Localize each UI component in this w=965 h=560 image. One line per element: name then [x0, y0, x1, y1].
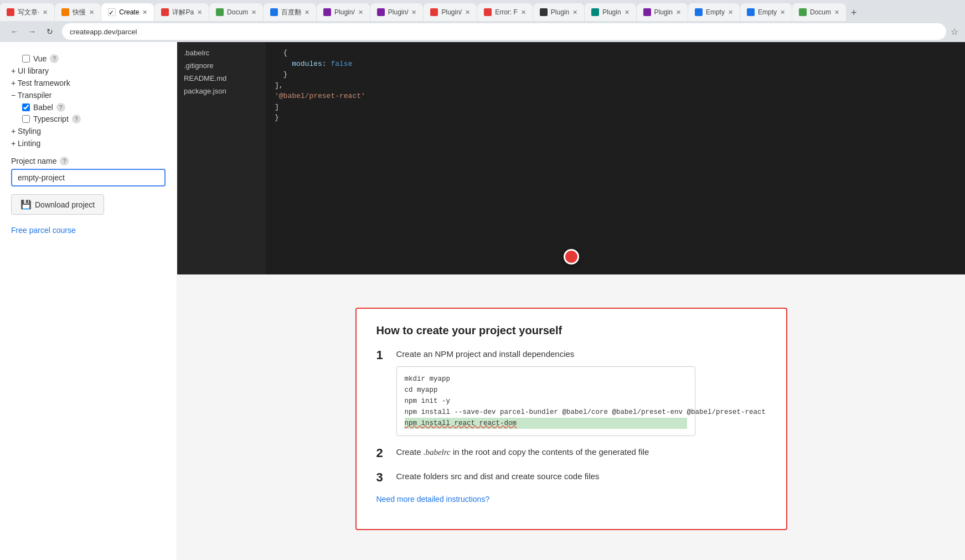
- download-project-button[interactable]: 💾 Download project: [11, 194, 104, 215]
- browser-tab[interactable]: 写文章· ✕: [0, 3, 54, 21]
- tab-close-icon[interactable]: ✕: [572, 9, 577, 16]
- tab-close-icon[interactable]: ✕: [465, 9, 470, 16]
- tab-favicon: [323, 8, 331, 16]
- tab-close-icon[interactable]: ✕: [676, 9, 681, 16]
- tab-label: 写文章·: [18, 8, 39, 17]
- browser-tab[interactable]: 百度翻 ✕: [264, 3, 316, 21]
- tab-label: Create: [119, 8, 139, 16]
- url-input[interactable]: [62, 23, 946, 40]
- tab-label: Plugin/: [334, 8, 355, 16]
- tab-close-icon[interactable]: ✕: [43, 9, 48, 16]
- free-course-link[interactable]: Free parcel course: [11, 226, 166, 235]
- typescript-help-icon[interactable]: ?: [72, 115, 81, 123]
- tab-label: Empty: [758, 8, 777, 16]
- tab-close-icon[interactable]: ✕: [197, 9, 202, 16]
- instruction-step-2: 2 Create .babelrc in the root and copy t…: [376, 446, 766, 460]
- forward-button[interactable]: →: [24, 24, 40, 39]
- code-editor[interactable]: { modules: false } ], '@babel/preset-rea…: [266, 42, 965, 274]
- code-line: '@babel/preset-react': [275, 91, 956, 102]
- page-layout: Vue ? + UI library + Test framework − Tr…: [0, 42, 965, 560]
- new-tab-button[interactable]: +: [847, 5, 861, 21]
- code-line: }: [275, 69, 956, 80]
- tab-label: 快慢: [73, 8, 86, 17]
- tab-favicon: [161, 8, 169, 16]
- browser-chrome: 写文章· ✕ 快慢 ✕ ✓ Create ✕ 详解Pa ✕ Docum ✕ 百度…: [0, 0, 965, 42]
- test-framework-item[interactable]: + Test framework: [11, 79, 166, 87]
- tab-favicon: [7, 8, 14, 16]
- tab-bar: 写文章· ✕ 快慢 ✕ ✓ Create ✕ 详解Pa ✕ Docum ✕ 百度…: [0, 0, 965, 21]
- back-button[interactable]: ←: [7, 24, 22, 39]
- step-1-code-block[interactable]: mkdir myapp cd myapp npm init -y npm ins…: [396, 366, 695, 436]
- bookmark-icon[interactable]: ☆: [951, 27, 958, 37]
- browser-tab[interactable]: Plugin/ ✕: [370, 3, 424, 21]
- browser-tab[interactable]: Plugin ✕: [585, 3, 636, 21]
- browser-tab[interactable]: Docum ✕: [209, 3, 263, 21]
- project-name-label: Project name: [11, 157, 56, 165]
- browser-tab[interactable]: Error: F ✕: [477, 3, 533, 21]
- tab-close-icon[interactable]: ✕: [780, 9, 785, 16]
- more-instructions-link[interactable]: Need more detailed instructions?: [376, 495, 766, 504]
- styling-label: + Styling: [11, 127, 41, 136]
- transpiler-item[interactable]: − Transpiler: [11, 91, 166, 100]
- typescript-item: Typescript ?: [22, 115, 166, 123]
- tab-close-icon[interactable]: ✕: [358, 9, 363, 16]
- browser-tab[interactable]: Plugin ✕: [533, 3, 584, 21]
- vue-label: Vue: [33, 54, 47, 63]
- typescript-checkbox[interactable]: [22, 115, 30, 123]
- linting-label: + Linting: [11, 139, 40, 148]
- tab-favicon: [377, 8, 385, 16]
- nav-buttons: ← → ↻: [7, 24, 58, 39]
- browser-tab[interactable]: 快慢 ✕: [55, 3, 101, 21]
- vue-help-icon[interactable]: ?: [50, 54, 59, 63]
- browser-tab[interactable]: Docum ✕: [792, 3, 846, 21]
- sidebar: Vue ? + UI library + Test framework − Tr…: [0, 42, 177, 560]
- tab-close-icon[interactable]: ✕: [251, 9, 256, 16]
- vue-checkbox[interactable]: [22, 55, 30, 63]
- tab-favicon: [643, 8, 651, 16]
- test-framework-label: + Test framework: [11, 79, 70, 87]
- browser-tab[interactable]: Plugin/ ✕: [317, 3, 370, 21]
- browser-tab-empty2[interactable]: Empty ✕: [740, 3, 792, 21]
- reload-button[interactable]: ↻: [42, 24, 58, 39]
- project-name-label-row: Project name ?: [11, 157, 166, 165]
- project-name-input[interactable]: [11, 169, 166, 186]
- ui-library-item[interactable]: + UI library: [11, 66, 166, 75]
- linting-item[interactable]: + Linting: [11, 139, 166, 148]
- code-block-line-selected: npm install react react-dom: [405, 418, 687, 429]
- instruction-step-1: 1 Create an NPM project and install depe…: [376, 348, 766, 436]
- tab-label: Docum: [227, 8, 248, 16]
- code-line: ]: [275, 102, 956, 113]
- file-tree-item[interactable]: .gitignore: [177, 59, 266, 72]
- tab-label: Plugin: [602, 8, 621, 16]
- tab-close-icon[interactable]: ✕: [834, 9, 839, 16]
- browser-tab[interactable]: Plugin/ ✕: [424, 3, 477, 21]
- styling-item[interactable]: + Styling: [11, 127, 166, 136]
- babel-checkbox[interactable]: [22, 103, 30, 111]
- recording-indicator: [564, 249, 579, 265]
- babel-help-icon[interactable]: ?: [56, 103, 65, 112]
- file-tree: .babelrc .gitignore README.md package.js…: [177, 42, 266, 274]
- browser-tab[interactable]: Plugin ✕: [637, 3, 688, 21]
- tab-close-icon[interactable]: ✕: [411, 9, 416, 16]
- tab-close-icon[interactable]: ✕: [89, 9, 94, 16]
- file-tree-item[interactable]: README.md: [177, 72, 266, 85]
- tab-favicon: [747, 8, 755, 16]
- step-2-text: Create .babelrc in the root and copy the…: [396, 446, 649, 459]
- tab-favicon: [540, 8, 548, 16]
- file-tree-item[interactable]: package.json: [177, 85, 266, 97]
- tab-close-icon[interactable]: ✕: [625, 9, 629, 16]
- step-2-number: 2: [376, 446, 388, 460]
- tab-close-icon[interactable]: ✕: [142, 9, 147, 16]
- browser-tab[interactable]: 详解Pa ✕: [154, 3, 209, 21]
- tab-label: Plugin: [654, 8, 673, 16]
- tab-favicon: [484, 8, 492, 16]
- tab-close-icon[interactable]: ✕: [521, 9, 526, 16]
- tab-close-icon[interactable]: ✕: [305, 9, 309, 16]
- file-tree-item[interactable]: .babelrc: [177, 46, 266, 59]
- tab-close-icon[interactable]: ✕: [728, 9, 733, 16]
- tab-label: Empty: [706, 8, 725, 16]
- project-name-help-icon[interactable]: ?: [60, 157, 69, 165]
- browser-tab-active[interactable]: ✓ Create ✕: [101, 3, 154, 21]
- browser-tab-empty1[interactable]: Empty ✕: [688, 3, 740, 21]
- main-content: .babelrc .gitignore README.md package.js…: [177, 42, 965, 560]
